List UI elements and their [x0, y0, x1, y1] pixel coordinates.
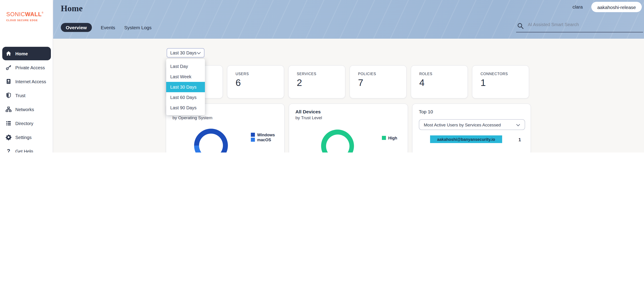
chevron-down-icon	[516, 122, 520, 127]
sidebar-item-label: Home	[15, 51, 28, 56]
question-icon: ?	[6, 148, 12, 152]
stat-card-value: 7	[358, 77, 363, 88]
sidebar-item-directory[interactable]: Directory	[0, 116, 53, 130]
stat-card-label: POLICIES	[358, 72, 376, 76]
brand-tagline: CLOUD SECURE EDGE	[6, 19, 44, 21]
tab-system-logs[interactable]: System Logs	[124, 25, 152, 30]
sidebar-item-trust[interactable]: Trust	[0, 89, 53, 102]
page-title: Home	[61, 3, 83, 13]
username-label[interactable]: clara	[572, 4, 583, 9]
top10-bar[interactable]: aakahoshi@banyansecurity.io	[430, 135, 502, 143]
sidebar-item-label: Get Help	[15, 149, 33, 152]
top10-bar-value: 1	[515, 137, 524, 142]
sidebar-item-internet-access[interactable]: Internet Access	[0, 75, 53, 88]
panel-title: All Devices	[296, 109, 321, 114]
stat-card-value: 1	[480, 77, 486, 88]
stat-card-policies[interactable]: POLICIES7	[350, 65, 407, 98]
stat-card-value: 2	[297, 77, 302, 88]
stat-card-users[interactable]: USERS6	[227, 65, 284, 98]
legend-label: macOS	[257, 138, 271, 142]
sidebar-item-label: Internet Access	[15, 79, 46, 84]
stat-card-connectors[interactable]: CONNECTORS1	[472, 65, 529, 98]
sidebar-item-label: Settings	[15, 135, 32, 140]
page-header: Home OverviewEventsSystem Logs clara aak…	[53, 0, 644, 39]
panel-title: Top 10	[419, 109, 433, 114]
stat-card-roles[interactable]: ROLES4	[411, 65, 468, 98]
legend-swatch	[251, 133, 255, 137]
sidebar-item-label: Directory	[15, 121, 33, 126]
legend-item-macos: macOS	[251, 138, 275, 142]
time-range-menu: Last DayLast WeekLast 30 DaysLast 60 Day…	[166, 59, 205, 115]
time-range-value: Last 30 Days	[170, 50, 196, 55]
sidebar-item-networks[interactable]: Networks	[0, 103, 53, 116]
sidebar-item-settings[interactable]: Settings	[0, 130, 53, 144]
legend-item-windows: Windows	[251, 133, 275, 137]
legend-label: Windows	[257, 133, 275, 137]
time-range-select[interactable]: Last 30 Days	[167, 48, 204, 58]
app-root: Home OverviewEventsSystem Logs clara aak…	[0, 0, 644, 152]
network-icon	[6, 106, 12, 112]
sidebar-item-label: Trust	[15, 93, 26, 98]
top10-metric-select[interactable]: Most Active Users by Services Accessed	[419, 119, 525, 130]
legend-swatch	[251, 138, 255, 142]
brand-logo[interactable]: SONICWALL® CLOUD SECURE EDGE	[6, 12, 44, 21]
home-icon	[6, 50, 12, 57]
stat-card-services[interactable]: SERVICES2	[288, 65, 346, 98]
stat-card-label: SERVICES	[297, 72, 316, 76]
donut-chart-trust	[321, 130, 354, 152]
sidebar-item-private-access[interactable]: Private Access	[0, 61, 53, 74]
sidebar-item-home[interactable]: Home	[2, 47, 51, 60]
tenant-badge[interactable]: aakahoshi-release	[591, 2, 642, 12]
menu-option-last-90-days[interactable]: Last 90 Days	[166, 103, 205, 113]
panel-subtitle: by Operating System	[172, 115, 212, 120]
top10-bar-label: aakahoshi@banyansecurity.io	[437, 137, 495, 141]
legend-item-high: High	[382, 136, 397, 140]
sidebar: SONICWALL® CLOUD SECURE EDGE HomePrivate…	[0, 0, 53, 152]
panel-devices-by-trust: All Devices by Trust Level High	[289, 103, 408, 152]
gear-icon	[6, 134, 12, 140]
panel-subtitle: by Trust Level	[296, 115, 322, 120]
top10-metric-value: Most Active Users by Services Accessed	[424, 122, 501, 127]
legend-label: High	[388, 136, 397, 140]
stat-card-value: 6	[236, 77, 241, 88]
tab-bar: OverviewEventsSystem Logs	[61, 23, 152, 32]
sidebar-item-label: Private Access	[15, 65, 45, 70]
list-icon	[6, 120, 12, 126]
search-icon	[517, 22, 524, 31]
sidebar-item-get-help[interactable]: ?Get Help	[0, 144, 53, 152]
menu-option-last-day[interactable]: Last Day	[166, 61, 205, 71]
stat-card-label: USERS	[236, 72, 249, 76]
stat-card-value: 4	[419, 77, 424, 88]
key-icon	[6, 64, 12, 71]
tab-events[interactable]: Events	[101, 25, 115, 30]
chart-legend: High	[382, 136, 397, 140]
chevron-down-icon	[197, 50, 201, 55]
search-underline	[516, 32, 643, 32]
shield-icon	[6, 92, 12, 98]
menu-option-last-30-days[interactable]: Last 30 Days	[166, 82, 205, 92]
sidebar-nav: HomePrivate AccessInternet AccessTrustNe…	[0, 47, 53, 152]
passport-icon	[6, 78, 12, 85]
menu-option-last-60-days[interactable]: Last 60 Days	[166, 92, 205, 103]
panel-top10: Top 10 Most Active Users by Services Acc…	[412, 103, 531, 152]
search-bar[interactable]	[516, 21, 643, 32]
stat-card-label: ROLES	[419, 72, 432, 76]
stat-card-row: USERS6SERVICES2POLICIES7ROLES4CONNECTORS…	[166, 65, 529, 98]
tab-overview[interactable]: Overview	[61, 23, 92, 32]
menu-option-last-week[interactable]: Last Week	[166, 71, 205, 82]
sidebar-item-label: Networks	[15, 107, 34, 112]
chart-legend: WindowsmacOS	[251, 133, 275, 142]
search-input[interactable]	[527, 21, 640, 27]
legend-swatch	[382, 136, 386, 140]
stat-card-label: CONNECTORS	[480, 72, 508, 76]
donut-chart-os	[194, 129, 228, 152]
